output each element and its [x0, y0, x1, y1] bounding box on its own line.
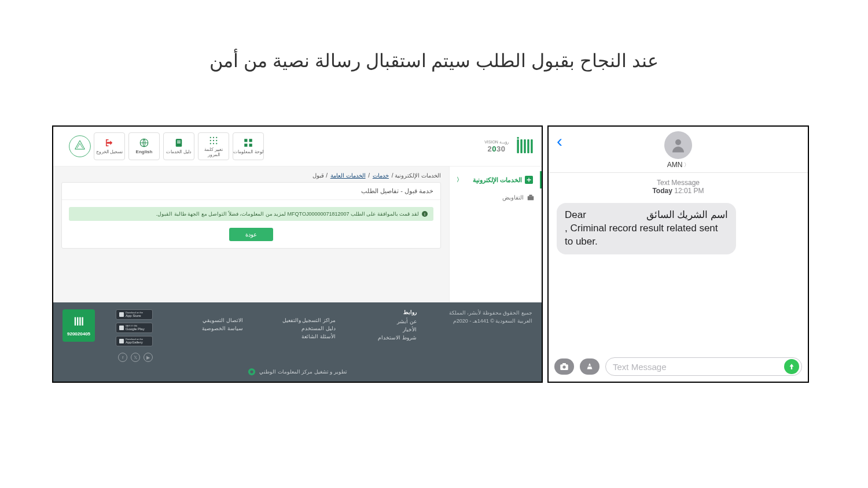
svg-rect-27 — [75, 317, 76, 325]
sidebar-item-eservices[interactable]: الخدمات الإلكترونية 〈 — [450, 171, 542, 188]
svg-point-23 — [69, 136, 91, 157]
svg-point-17 — [213, 143, 214, 144]
svg-rect-6 — [244, 139, 247, 142]
svg-point-18 — [216, 143, 217, 144]
imessage-header: ‹ AMN〉 — [549, 127, 808, 173]
svg-point-5 — [517, 137, 518, 139]
huawei-icon — [119, 339, 124, 343]
chevron-right-icon: 〉 — [684, 161, 689, 169]
svg-rect-7 — [249, 139, 252, 142]
contact-avatar[interactable] — [664, 131, 692, 159]
contact-name[interactable]: AMN〉 — [667, 161, 690, 169]
footer-link[interactable]: الأسئلة الشائعة — [260, 334, 336, 339]
svg-rect-4 — [531, 139, 532, 153]
svg-rect-25 — [528, 196, 534, 200]
app-store-button[interactable] — [580, 358, 599, 375]
nic-logo-icon — [248, 368, 256, 376]
nav-dashboard[interactable]: لوحة المعلومات — [233, 132, 264, 160]
hotline-box: 920020405 — [62, 309, 95, 342]
google-play-badge[interactable]: GET IT ONGoogle Play — [116, 323, 153, 333]
apple-icon — [119, 312, 124, 317]
imessage-panel: ‹ AMN〉 Text Message Today 12:01 PM Dearا… — [547, 125, 809, 383]
svg-point-33 — [675, 139, 681, 145]
footer-link[interactable]: الأخبار — [353, 327, 417, 332]
footer-link[interactable]: شروط الاستخدام — [353, 335, 417, 341]
nav-language[interactable]: English — [128, 132, 160, 160]
svg-rect-0 — [517, 139, 518, 153]
content-panel: خدمة قبول - تفاصيل الطلب i لقد قمت بالمو… — [61, 182, 441, 249]
svg-point-13 — [210, 140, 211, 141]
twitter-icon[interactable]: 𝕏 — [131, 353, 140, 362]
page-heading: عند النجاح بقبول الطلب سيتم استقبال رسال… — [0, 50, 868, 72]
footer-link[interactable]: سياسة الخصوصية — [179, 326, 243, 331]
footer-link[interactable]: دليل المستخدم — [260, 326, 336, 331]
success-alert: i لقد قمت بالموافقة على الطلب MFQTOJ0000… — [69, 207, 433, 221]
svg-rect-1 — [520, 139, 522, 153]
svg-point-12 — [216, 136, 217, 138]
chevron-left-icon: 〈 — [457, 176, 462, 184]
youtube-icon[interactable]: ▶ — [144, 353, 153, 362]
nav-change-password[interactable]: تغيير كلمة المرور — [198, 132, 229, 160]
back-button[interactable]: عودة — [229, 228, 273, 241]
svg-rect-36 — [562, 363, 566, 365]
sidebar: الخدمات الإلكترونية 〈 التفاويض — [449, 167, 542, 302]
message-input[interactable] — [613, 362, 784, 372]
app-gallery-badge[interactable]: Download on theAppGallery — [116, 336, 153, 346]
send-button[interactable] — [784, 359, 799, 374]
svg-rect-28 — [77, 317, 78, 325]
absher-panel: رؤيــة VISION 2030 لوحة المعلومات تغيير … — [52, 125, 543, 383]
svg-rect-20 — [177, 141, 181, 142]
nav-services-guide[interactable]: دليل الخدمات — [163, 132, 194, 160]
app-store-badge[interactable]: Download on theApp Store — [116, 309, 153, 320]
svg-point-32 — [251, 370, 253, 373]
svg-rect-3 — [527, 139, 529, 153]
svg-rect-21 — [177, 142, 181, 143]
svg-point-14 — [213, 140, 214, 141]
panel-heading: خدمة قبول - تفاصيل الطلب — [62, 183, 440, 200]
breadcrumb-general[interactable]: الخدمات العامة — [330, 172, 366, 179]
footer-link[interactable]: الاتصال التسويقي — [179, 317, 243, 323]
info-icon: i — [422, 211, 428, 217]
play-icon — [119, 326, 124, 330]
text-input-wrap — [605, 357, 802, 376]
message-type-label: Text Message — [557, 179, 800, 187]
absher-header: رؤيــة VISION 2030 لوحة المعلومات تغيير … — [53, 127, 542, 167]
svg-point-16 — [210, 143, 211, 144]
svg-rect-9 — [249, 144, 252, 147]
footer-bottom: تطوير و تشغيل مركز المعلومات الوطني — [62, 362, 532, 382]
absher-footer: جميع الحقوق محفوظة لأبشر، المملكة العربي… — [53, 302, 542, 382]
back-chevron-icon[interactable]: ‹ — [557, 131, 562, 151]
svg-point-10 — [210, 136, 211, 138]
svg-point-15 — [216, 140, 217, 141]
svg-rect-26 — [529, 195, 532, 197]
svg-point-11 — [213, 136, 214, 138]
svg-rect-2 — [524, 139, 525, 153]
breadcrumb: الخدمات الإلكترونية / خدمات / الخدمات ال… — [61, 172, 441, 179]
saudi-emblem-icon — [66, 132, 94, 160]
sidebar-item-authorizations[interactable]: التفاويض — [450, 188, 542, 206]
breadcrumb-services[interactable]: خدمات — [373, 172, 389, 179]
footer-link[interactable]: مراكز التسجيل والتفعيل — [260, 317, 336, 323]
input-bar — [549, 353, 808, 382]
svg-rect-8 — [244, 144, 247, 147]
vision-2030-logo: رؤيــة VISION 2030 — [483, 138, 510, 154]
svg-rect-30 — [82, 317, 83, 325]
facebook-icon[interactable]: f — [118, 353, 127, 362]
footer-rights: جميع الحقوق محفوظة لأبشر، المملكة العربي… — [434, 309, 532, 325]
footer-link[interactable]: عن أبشر — [353, 319, 417, 324]
message-timestamp: Today 12:01 PM — [557, 187, 800, 195]
camera-button[interactable] — [554, 358, 574, 375]
message-bubble: Dearاسم الشريك السائق , Criminal record … — [557, 203, 736, 254]
absher-logo-icon — [515, 136, 535, 156]
nav-logout[interactable]: تسجيل الخروج — [94, 132, 125, 160]
svg-rect-29 — [79, 317, 80, 325]
svg-point-35 — [562, 365, 565, 368]
